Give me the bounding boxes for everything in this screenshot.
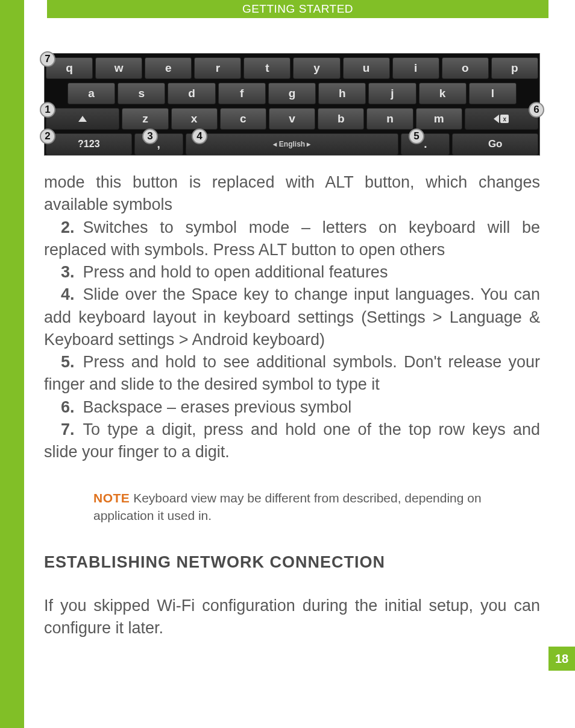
list-number-6: 6.	[61, 398, 75, 416]
key-i: i	[392, 57, 439, 79]
list-text-7: To type a digit, press and hold one of t…	[44, 420, 540, 461]
callout-4: 4	[192, 128, 207, 144]
chapter-header: GETTING STARTED	[47, 0, 548, 18]
key-w: w	[95, 57, 142, 79]
section-body: If you skipped Wi-Fi configuration durin…	[44, 595, 540, 640]
backspace-icon: x	[494, 115, 509, 123]
note-text: Keyboard view may be different from desc…	[93, 491, 482, 522]
callout-6: 6	[529, 102, 544, 118]
key-k: k	[419, 83, 467, 104]
list-text-5: Press and hold to see additional symbols…	[44, 353, 540, 393]
key-v: v	[269, 108, 315, 130]
key-p: p	[491, 57, 538, 79]
shift-icon	[78, 116, 87, 122]
key-shift	[46, 108, 119, 130]
list-number-7: 7.	[61, 420, 75, 438]
key-e: e	[145, 57, 192, 79]
callout-3: 3	[142, 128, 158, 144]
key-n: n	[366, 108, 413, 130]
body-text: mode this button is replaced with ALT bu…	[44, 171, 540, 463]
callout-1: 1	[40, 102, 55, 118]
key-l: l	[469, 83, 517, 104]
key-o: o	[442, 57, 489, 79]
list-number-4: 4.	[61, 285, 75, 303]
key-g: g	[268, 83, 316, 104]
key-x: x	[171, 108, 218, 130]
key-go: Go	[452, 133, 538, 155]
page-number-badge: 18	[548, 647, 575, 671]
key-y: y	[293, 57, 340, 79]
section-heading: ESTABLISHING NETWORK CONNECTION	[44, 553, 540, 572]
list-text-2: Switches to symbol mode – letters on key…	[44, 218, 540, 259]
key-symbol-mode: ?123	[46, 133, 132, 155]
key-u: u	[343, 57, 390, 79]
list-number-5: 5.	[61, 353, 75, 371]
keyboard-illustration: 7 1 2 3 4 5 6 q w e r t y u i o p a s	[44, 53, 540, 156]
key-backspace: x	[465, 108, 538, 130]
key-comma: ,	[134, 133, 183, 155]
key-j: j	[368, 83, 416, 104]
key-s: s	[118, 83, 165, 104]
list-number-3: 3.	[61, 263, 75, 281]
key-d: d	[168, 83, 215, 104]
list-text-4: Slide over the Space key to change input…	[44, 285, 540, 349]
callout-2: 2	[40, 128, 55, 144]
key-m: m	[416, 108, 462, 130]
list-number-2: 2.	[61, 218, 75, 236]
key-c: c	[220, 108, 266, 130]
key-f: f	[218, 83, 266, 104]
callout-5: 5	[409, 128, 424, 144]
key-space: ◂ English ▸	[186, 133, 399, 155]
intro-continuation: mode this button is replaced with ALT bu…	[44, 171, 540, 217]
key-z: z	[122, 108, 168, 130]
callout-7: 7	[40, 51, 55, 67]
key-a: a	[68, 83, 115, 104]
key-h: h	[318, 83, 366, 104]
key-r: r	[194, 57, 241, 79]
key-b: b	[318, 108, 364, 130]
list-text-6: Backspace – erases previous symbol	[83, 398, 352, 416]
note-label: NOTE	[93, 491, 130, 505]
note-block: NOTE Keyboard view may be different from…	[93, 490, 538, 524]
side-stripe	[0, 0, 24, 728]
key-t: t	[244, 57, 291, 79]
list-text-3: Press and hold to open additional featur…	[83, 263, 388, 281]
